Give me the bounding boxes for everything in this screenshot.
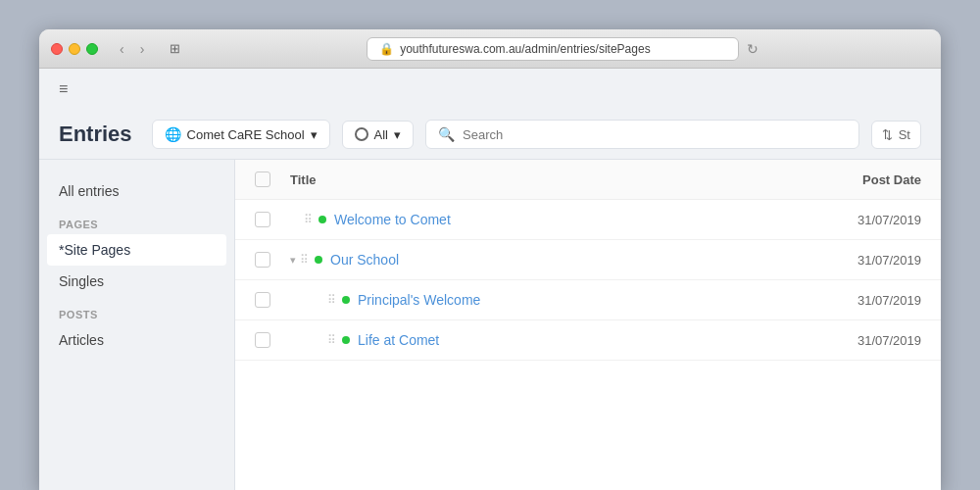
traffic-lights (51, 43, 98, 55)
table-header: Title Post Date (235, 160, 941, 200)
close-button[interactable] (51, 43, 63, 55)
site-chevron-icon: ▾ (311, 127, 318, 142)
minimize-button[interactable] (69, 43, 80, 55)
expand-icon[interactable]: ▾ (290, 254, 296, 267)
sort-button[interactable]: ⇅ St (871, 121, 921, 149)
search-icon: 🔍 (438, 126, 455, 142)
entry-title[interactable]: Welcome to Comet (334, 212, 804, 227)
search-input[interactable] (463, 127, 847, 142)
status-dot (342, 336, 350, 344)
circle-icon (355, 127, 368, 141)
status-dot (342, 296, 350, 304)
select-all-checkbox[interactable] (255, 172, 270, 187)
drag-handle-icon[interactable]: ⠿ (327, 293, 336, 307)
row-checkbox-2[interactable] (255, 292, 270, 308)
tab-view-button[interactable]: ⊞ (162, 37, 188, 60)
entries-title: Entries (59, 122, 132, 147)
entry-date: 31/07/2019 (804, 213, 921, 227)
sidebar-section-posts: POSTS (39, 297, 234, 324)
maximize-button[interactable] (86, 43, 98, 55)
all-dropdown[interactable]: All ▾ (342, 121, 414, 149)
site-label: Comet CaRE School (187, 127, 305, 142)
lock-icon: 🔒 (379, 42, 394, 56)
url-text: youthfutureswa.com.au/admin/entries/site… (400, 42, 650, 56)
sidebar-item-site-pages[interactable]: *Site Pages (47, 234, 226, 266)
site-dropdown[interactable]: 🌐 Comet CaRE School ▾ (152, 120, 330, 149)
col-date-header: Post Date (804, 172, 921, 187)
search-bar: 🔍 (425, 120, 859, 149)
toolbar: Entries 🌐 Comet CaRE School ▾ All ▾ 🔍 (39, 110, 941, 160)
row-checkbox-0[interactable] (255, 212, 270, 227)
sort-icon: ⇅ (882, 127, 893, 142)
drag-handle-icon[interactable]: ⠿ (304, 213, 313, 226)
entry-title[interactable]: Life at Comet (358, 332, 804, 348)
sidebar-item-singles[interactable]: Singles (39, 266, 234, 297)
forward-button[interactable]: › (134, 39, 151, 59)
sidebar: All entries PAGES *Site Pages Singles PO… (39, 160, 235, 490)
sidebar-item-articles[interactable]: Articles (39, 324, 234, 356)
entry-title[interactable]: Principal's Welcome (358, 292, 804, 308)
entry-date: 31/07/2019 (804, 333, 921, 348)
globe-icon: 🌐 (165, 126, 181, 142)
all-chevron-icon: ▾ (394, 127, 401, 142)
all-label: All (374, 127, 388, 142)
content-area: Title Post Date ⠿ Welcome to Comet 31/07… (235, 160, 941, 490)
reload-button[interactable]: ↻ (747, 41, 759, 57)
entry-date: 31/07/2019 (804, 253, 921, 268)
col-title-header: Title (290, 172, 804, 187)
status-dot (315, 256, 322, 264)
table-row: ⠿ Welcome to Comet 31/07/2019 (235, 200, 941, 240)
address-bar[interactable]: 🔒 youthfutureswa.com.au/admin/entries/si… (367, 37, 739, 61)
sidebar-item-all-entries[interactable]: All entries (39, 175, 234, 207)
sidebar-section-pages: PAGES (39, 207, 234, 234)
status-dot (318, 216, 326, 223)
back-button[interactable]: ‹ (114, 39, 130, 59)
row-checkbox-3[interactable] (255, 332, 270, 348)
table-row: ▾ ⠿ Our School 31/07/2019 (235, 240, 941, 280)
table-row: ⠿ Principal's Welcome 31/07/2019 (235, 280, 941, 320)
sort-label: St (899, 127, 910, 142)
entry-date: 31/07/2019 (804, 293, 921, 308)
entry-title[interactable]: Our School (330, 252, 804, 268)
row-checkbox-1[interactable] (255, 252, 270, 268)
drag-handle-icon[interactable]: ⠿ (300, 253, 309, 267)
drag-handle-icon[interactable]: ⠿ (327, 333, 336, 347)
table-row: ⠿ Life at Comet 31/07/2019 (235, 320, 941, 361)
hamburger-icon[interactable]: ≡ (59, 80, 68, 98)
table-body: ⠿ Welcome to Comet 31/07/2019 ▾ ⠿ Our Sc… (235, 200, 941, 361)
